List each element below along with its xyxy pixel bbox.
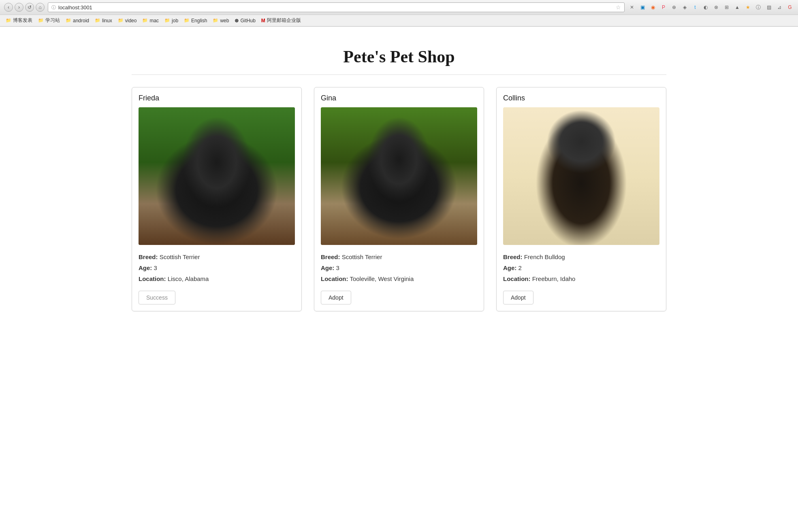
age-label-collins: Age:: [503, 264, 516, 271]
browser-chrome: ‹ › ↺ ⌂ ⓘ localhost:3001 ☆ ✕ ▣ ◉ P ⊕ ◈ t…: [0, 0, 798, 27]
breed-value-frieda: Scottish Terrier: [160, 253, 200, 260]
mail-icon: M: [261, 18, 265, 23]
pocket-icon[interactable]: P: [659, 3, 668, 11]
pet-image-frieda: [139, 107, 295, 245]
bookmark-blog-label: 博客发表: [13, 17, 32, 24]
bookmark-web-label: web: [220, 18, 229, 23]
toolbar-icons: ✕ ▣ ◉ P ⊕ ◈ t ◐ ⊗ ⊞ ▲ ★ ⓘ ▨ ⊿ G: [628, 3, 794, 11]
folder-icon: 📁: [213, 18, 218, 23]
folder-icon: 📁: [38, 18, 44, 23]
age-value-frieda: 3: [154, 264, 157, 271]
pet-name-collins: Collins: [503, 94, 659, 102]
bookmark-job[interactable]: 📁 job: [162, 17, 181, 24]
location-value-collins: Freeburn, Idaho: [532, 275, 576, 282]
location-label-collins: Location:: [503, 275, 531, 282]
tool7-icon[interactable]: ⊿: [775, 3, 783, 11]
page-content: Pete's Pet Shop Frieda Breed: Scottish T…: [115, 27, 683, 319]
info-icon[interactable]: ⓘ: [754, 3, 762, 11]
adopt-button-frieda[interactable]: Success: [139, 291, 175, 304]
folder-icon: 📁: [184, 18, 190, 23]
adopt-button-collins[interactable]: Adopt: [503, 291, 533, 304]
refresh-button[interactable]: ↺: [25, 3, 34, 12]
bookmark-github-label: GitHub: [240, 18, 255, 23]
camera-icon[interactable]: ▨: [765, 3, 773, 11]
folder-icon: 📁: [66, 18, 71, 23]
pet-name-gina: Gina: [321, 94, 477, 102]
location-value-frieda: Lisco, Alabama: [168, 275, 209, 282]
bookmark-job-label: job: [172, 18, 178, 23]
bookmark-github[interactable]: ⊛ GitHub: [232, 17, 258, 24]
age-label-frieda: Age:: [139, 264, 152, 271]
location-value-gina: Tooleville, West Virginia: [350, 275, 414, 282]
tool3-icon[interactable]: ⊗: [712, 3, 720, 11]
pet-card-collins: Collins Breed: French Bulldog Age: 2 Loc…: [496, 87, 666, 311]
breed-row-collins: Breed: French Bulldog: [503, 251, 659, 262]
cards-container: Frieda Breed: Scottish Terrier Age: 3 Lo…: [132, 87, 666, 311]
tool4-icon[interactable]: ⊞: [723, 3, 731, 11]
bookmark-study[interactable]: 📁 学习站: [36, 16, 62, 25]
folder-icon: 📁: [118, 18, 124, 23]
url-text: localhost:3001: [58, 4, 613, 11]
nav-buttons: ‹ › ↺ ⌂: [4, 3, 45, 12]
twitter-icon[interactable]: t: [691, 3, 699, 11]
breed-label-collins: Breed:: [503, 253, 523, 260]
bookmark-video[interactable]: 📁 video: [115, 17, 139, 24]
home-button[interactable]: ⌂: [36, 3, 45, 12]
back-button[interactable]: ‹: [4, 3, 13, 12]
trello-icon[interactable]: ▣: [638, 3, 647, 11]
extensions-button[interactable]: ✕: [628, 3, 636, 11]
adopt-button-gina[interactable]: Adopt: [321, 291, 351, 304]
age-row-frieda: Age: 3: [139, 262, 295, 273]
bookmark-web[interactable]: 📁 web: [210, 17, 231, 24]
breed-value-gina: Scottish Terrier: [342, 253, 382, 260]
folder-icon: 📁: [142, 18, 148, 23]
rss-icon[interactable]: ◉: [649, 3, 657, 11]
age-value-collins: 2: [518, 264, 522, 271]
breed-value-collins: French Bulldog: [524, 253, 565, 260]
bookmark-english[interactable]: 📁 English: [181, 17, 209, 24]
bookmark-study-label: 学习站: [45, 17, 60, 24]
pet-image-gina: [321, 107, 477, 245]
bookmark-linux-label: linux: [102, 18, 112, 23]
bookmark-linux[interactable]: 📁 linux: [92, 17, 115, 24]
breed-row-frieda: Breed: Scottish Terrier: [139, 251, 295, 262]
bookmark-mac[interactable]: 📁 mac: [140, 17, 161, 24]
bookmark-english-label: English: [191, 18, 207, 23]
tool1-icon[interactable]: ◈: [681, 3, 689, 11]
age-row-collins: Age: 2: [503, 262, 659, 273]
location-row-frieda: Location: Lisco, Alabama: [139, 273, 295, 284]
pocket2-icon[interactable]: ⊕: [670, 3, 678, 11]
page-title: Pete's Pet Shop: [132, 35, 666, 74]
location-label-frieda: Location:: [139, 275, 166, 282]
bookmark-mac-label: mac: [149, 18, 159, 23]
breed-label-frieda: Breed:: [139, 253, 158, 260]
bookmarks-bar: 📁 博客发表 📁 学习站 📁 android 📁 linux 📁 video 📁…: [0, 15, 798, 26]
pet-info-gina: Breed: Scottish Terrier Age: 3 Location:…: [321, 251, 477, 284]
bookmark-android[interactable]: 📁 android: [63, 17, 92, 24]
tool5-icon[interactable]: ▲: [733, 3, 741, 11]
pet-info-frieda: Breed: Scottish Terrier Age: 3 Location:…: [139, 251, 295, 284]
bookmark-blog[interactable]: 📁 博客发表: [3, 16, 35, 25]
pet-card-gina: Gina Breed: Scottish Terrier Age: 3 Loca…: [314, 87, 484, 311]
tool6-icon[interactable]: ★: [744, 3, 752, 11]
bookmark-star-icon[interactable]: ☆: [616, 4, 621, 11]
address-bar[interactable]: ⓘ localhost:3001 ☆: [48, 2, 625, 12]
bookmark-mail-label: 阿里邮箱企业版: [267, 17, 301, 24]
forward-button[interactable]: ›: [15, 3, 23, 12]
tool8-icon[interactable]: G: [786, 3, 794, 11]
security-icon: ⓘ: [51, 4, 56, 11]
pet-image-collins: [503, 107, 659, 245]
bookmark-android-label: android: [73, 18, 89, 23]
bookmark-mail[interactable]: M 阿里邮箱企业版: [259, 16, 303, 25]
title-divider: [132, 74, 666, 75]
folder-icon: 📁: [6, 18, 11, 23]
location-row-gina: Location: Tooleville, West Virginia: [321, 273, 477, 284]
browser-toolbar: ‹ › ↺ ⌂ ⓘ localhost:3001 ☆ ✕ ▣ ◉ P ⊕ ◈ t…: [0, 0, 798, 15]
tool2-icon[interactable]: ◐: [702, 3, 710, 11]
folder-icon: 📁: [164, 18, 170, 23]
bookmark-video-label: video: [125, 18, 137, 23]
breed-row-gina: Breed: Scottish Terrier: [321, 251, 477, 262]
age-value-gina: 3: [336, 264, 339, 271]
age-row-gina: Age: 3: [321, 262, 477, 273]
pet-info-collins: Breed: French Bulldog Age: 2 Location: F…: [503, 251, 659, 284]
